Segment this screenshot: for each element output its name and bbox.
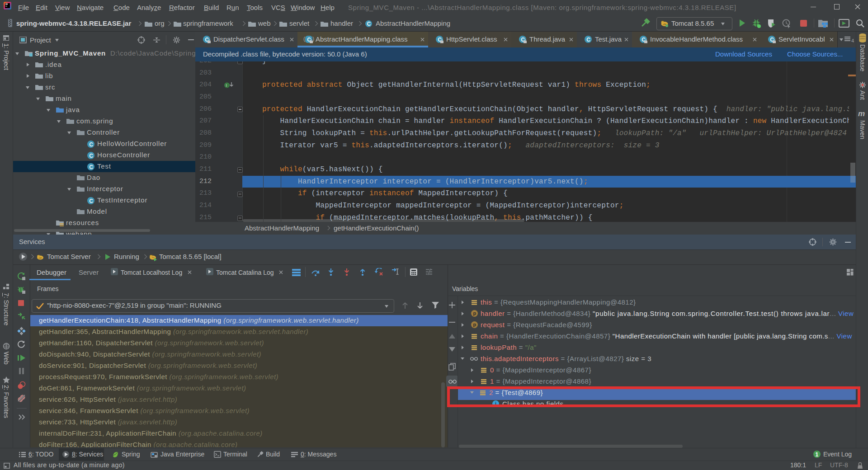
svg-text:I: I [226, 83, 227, 88]
